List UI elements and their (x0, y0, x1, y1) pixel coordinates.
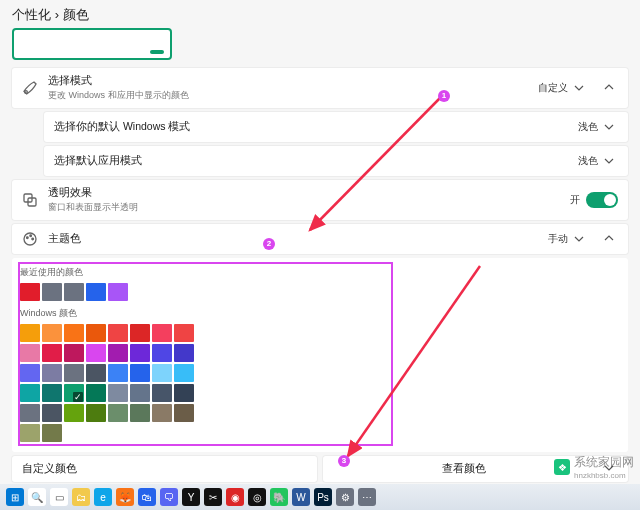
color-swatch[interactable] (152, 404, 172, 422)
color-swatch[interactable] (42, 384, 62, 402)
color-swatch[interactable] (86, 324, 106, 342)
transparency-toggle[interactable] (586, 192, 618, 208)
svg-point-4 (27, 237, 29, 239)
color-swatch[interactable] (86, 344, 106, 362)
row-transparency[interactable]: 透明效果 窗口和表面显示半透明 开 (12, 180, 628, 220)
app-mode-dropdown[interactable]: 浅色 (574, 152, 618, 170)
taskbar-capcut[interactable]: ✂ (204, 488, 222, 506)
taskbar-word[interactable]: W (292, 488, 310, 506)
watermark-text: 系统家园网 (574, 455, 634, 469)
color-swatch[interactable] (108, 283, 128, 301)
taskbar-explorer[interactable]: 🗂 (72, 488, 90, 506)
taskbar-firefox[interactable]: 🦊 (116, 488, 134, 506)
taskbar-photoshop[interactable]: Ps (314, 488, 332, 506)
mode-dropdown[interactable]: 自定义 (534, 79, 588, 97)
chevron-up-icon[interactable] (600, 233, 618, 245)
color-swatch[interactable] (130, 384, 150, 402)
color-palette-panel: 最近使用的颜色 Windows 颜色 (12, 258, 628, 452)
color-swatch[interactable] (152, 364, 172, 382)
row-app-mode[interactable]: 选择默认应用模式 浅色 (44, 146, 628, 176)
color-swatch[interactable] (20, 283, 40, 301)
taskbar-start[interactable]: ⊞ (6, 488, 24, 506)
dropdown-value: 自定义 (538, 81, 568, 95)
color-swatch[interactable] (174, 404, 194, 422)
chevron-down-icon (604, 156, 614, 166)
taskbar-app1[interactable]: ◉ (226, 488, 244, 506)
color-swatch[interactable] (174, 324, 194, 342)
color-swatch[interactable] (108, 384, 128, 402)
color-swatch[interactable] (174, 344, 194, 362)
row-title: 选择模式 (48, 74, 534, 88)
color-swatch[interactable] (20, 404, 40, 422)
color-swatch[interactable] (130, 344, 150, 362)
color-swatch[interactable] (130, 324, 150, 342)
color-swatch[interactable] (86, 384, 106, 402)
row-windows-mode[interactable]: 选择你的默认 Windows 模式 浅色 (44, 112, 628, 142)
color-swatch[interactable] (108, 344, 128, 362)
watermark-sub: hnzkhbsb.com (574, 471, 634, 480)
color-swatch[interactable] (20, 424, 40, 442)
color-swatch[interactable] (42, 364, 62, 382)
taskbar-edge[interactable]: e (94, 488, 112, 506)
color-swatch[interactable] (86, 404, 106, 422)
taskbar-discord[interactable]: 🗨 (160, 488, 178, 506)
taskbar-evernote[interactable]: 🐘 (270, 488, 288, 506)
svg-point-0 (25, 91, 28, 94)
color-swatch[interactable] (64, 324, 84, 342)
taskbar-settings[interactable]: ⚙ (336, 488, 354, 506)
color-swatch[interactable] (174, 364, 194, 382)
taskbar-more[interactable]: ⋯ (358, 488, 376, 506)
color-swatch[interactable] (174, 384, 194, 402)
recent-colors-row (20, 283, 620, 301)
taskbar-search[interactable]: 🔍 (28, 488, 46, 506)
watermark: ❖ 系统家园网 hnzkhbsb.com (554, 454, 634, 480)
color-swatch[interactable] (20, 324, 40, 342)
color-swatch[interactable] (20, 384, 40, 402)
row-sub: 窗口和表面显示半透明 (48, 201, 570, 214)
theme-preview (12, 28, 172, 60)
color-swatch[interactable] (64, 384, 84, 402)
color-swatch[interactable] (64, 364, 84, 382)
color-swatch[interactable] (86, 364, 106, 382)
row-title: 透明效果 (48, 186, 570, 200)
color-swatch[interactable] (108, 364, 128, 382)
taskbar-taskview[interactable]: ▭ (50, 488, 68, 506)
taskbar-app2[interactable]: ◎ (248, 488, 266, 506)
chevron-up-icon[interactable] (600, 82, 618, 94)
dropdown-value: 浅色 (578, 154, 598, 168)
color-swatch[interactable] (130, 404, 150, 422)
color-swatch[interactable] (108, 324, 128, 342)
color-swatch[interactable] (108, 404, 128, 422)
row-choose-mode[interactable]: 选择模式 更改 Windows 和应用中显示的颜色 自定义 (12, 68, 628, 108)
annotation-marker-2: 2 (263, 238, 275, 250)
color-swatch[interactable] (86, 283, 106, 301)
row-title: 主题色 (48, 232, 544, 246)
color-swatch[interactable] (42, 424, 62, 442)
color-swatch[interactable] (42, 283, 62, 301)
breadcrumb-sep: › (55, 7, 59, 22)
color-swatch[interactable] (64, 283, 84, 301)
breadcrumb-parent[interactable]: 个性化 (12, 7, 51, 22)
color-swatch[interactable] (20, 364, 40, 382)
color-swatch[interactable] (64, 404, 84, 422)
color-swatch[interactable] (152, 344, 172, 362)
breadcrumb-current: 颜色 (63, 7, 89, 22)
accent-dropdown[interactable]: 手动 (544, 230, 588, 248)
taskbar-store[interactable]: 🛍 (138, 488, 156, 506)
row-accent-color[interactable]: 主题色 手动 (12, 224, 628, 254)
taskbar-yandex[interactable]: Y (182, 488, 200, 506)
color-swatch[interactable] (130, 364, 150, 382)
windows-mode-dropdown[interactable]: 浅色 (574, 118, 618, 136)
color-swatch[interactable] (20, 344, 40, 362)
row-title: 选择默认应用模式 (54, 154, 574, 168)
color-swatch[interactable] (152, 384, 172, 402)
svg-point-5 (30, 235, 32, 237)
svg-point-6 (32, 238, 34, 240)
color-swatch[interactable] (64, 344, 84, 362)
color-swatch[interactable] (42, 404, 62, 422)
row-custom-color[interactable]: 自定义颜色 (12, 456, 317, 482)
color-swatch[interactable] (42, 324, 62, 342)
color-swatch[interactable] (42, 344, 62, 362)
recent-colors-label: 最近使用的颜色 (20, 266, 620, 279)
color-swatch[interactable] (152, 324, 172, 342)
